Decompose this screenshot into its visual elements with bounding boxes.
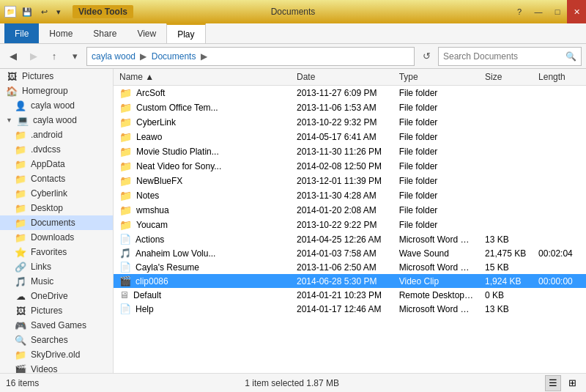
search-input[interactable] — [443, 51, 565, 62]
videos-icon: 🎬 — [15, 363, 26, 373]
help-button[interactable]: ? — [510, 0, 529, 23]
recent-button[interactable]: ▾ — [66, 48, 84, 65]
close-button[interactable]: ✕ — [567, 0, 586, 23]
folder-icon: 📁 — [15, 217, 26, 229]
forward-button[interactable]: ▶ — [25, 48, 42, 65]
up-button[interactable]: ↑ — [45, 48, 63, 65]
col-header-length[interactable]: Length — [533, 70, 586, 84]
list-item[interactable]: 📁Youcam 2013-10-22 9:22 PM File folder — [114, 218, 586, 232]
desktop-file-icon: 🖥 — [119, 289, 129, 300]
sidebar-item-computer[interactable]: ▼ 💻 cayla wood — [0, 113, 113, 127]
title-bar: 📁 💾 ↩ ▾ Video Tools Documents ? — □ ✕ — [0, 0, 586, 23]
folder-icon: 📁 — [119, 160, 132, 172]
back-button[interactable]: ◀ — [4, 48, 22, 65]
folder-icon: 📁 — [15, 144, 26, 155]
list-item[interactable]: 📄 Cayla's Resume 2013-11-06 2:50 AM Micr… — [114, 260, 586, 274]
folder-icon: 📁 — [15, 158, 26, 170]
tab-file[interactable]: File — [4, 23, 39, 43]
list-item[interactable]: 📁Notes 2013-11-30 4:28 AM File folder — [114, 188, 586, 203]
list-item[interactable]: 📁NewBlueFX 2013-12-01 11:39 PM File fold… — [114, 174, 586, 188]
tab-home[interactable]: Home — [39, 23, 83, 43]
favorites-icon: ⭐ — [15, 246, 26, 258]
sidebar-item-saved-games[interactable]: 🎮 Saved Games — [0, 318, 113, 333]
sidebar-item-cayla-wood-sub[interactable]: 👤 cayla wood — [0, 98, 113, 113]
details-view-button[interactable]: ☰ — [545, 375, 561, 391]
folder-icon: 📁 — [15, 173, 26, 185]
links-icon: 🔗 — [15, 261, 26, 273]
video-tools-label: Video Tools — [73, 5, 133, 18]
sidebar-item-links[interactable]: 🔗 Links — [0, 259, 113, 274]
word-doc-icon: 📄 — [119, 234, 131, 245]
list-item[interactable]: 📁Leawo 2014-05-17 6:41 AM File folder — [114, 130, 586, 144]
sidebar-item-cyberlink[interactable]: 📁 Cyberlink — [0, 186, 113, 201]
qat-undo[interactable]: ↩ — [38, 6, 51, 18]
sidebar-item-onedrive[interactable]: ☁ OneDrive — [0, 289, 113, 303]
folder-icon: 📁 — [119, 204, 132, 216]
file-area: Name ▲ Date Type Size Length 📁ArcSoft 20… — [114, 69, 586, 373]
sidebar-item-downloads[interactable]: 📁 Downloads — [0, 230, 113, 245]
qat-dropdown[interactable]: ▾ — [53, 6, 64, 18]
sidebar-item-searches[interactable]: 🔍 Searches — [0, 333, 113, 347]
music-icon: 🎵 — [15, 275, 26, 287]
sidebar-item-videos[interactable]: 🎬 Videos — [0, 362, 113, 373]
search-box[interactable]: 🔍 — [438, 47, 582, 66]
folder-icon: 📁 — [15, 202, 26, 214]
word-doc-icon: 📄 — [119, 262, 131, 273]
list-item[interactable]: 📁ArcSoft 2013-11-27 6:09 PM File folder — [114, 86, 586, 100]
sidebar-item-android[interactable]: 📁 .android — [0, 127, 113, 142]
homegroup-icon: 🏠 — [6, 85, 18, 97]
list-item[interactable]: 📁Movie Studio Platin... 2013-11-30 11:26… — [114, 144, 586, 159]
col-header-type[interactable]: Type — [393, 70, 479, 84]
col-header-size[interactable]: Size — [479, 70, 533, 84]
maximize-button[interactable]: □ — [548, 0, 567, 23]
folder-icon: 📁 — [119, 131, 132, 143]
folder-icon: 📁 — [15, 188, 26, 199]
sidebar-item-documents[interactable]: 📁 Documents — [0, 215, 113, 230]
sidebar-item-dvdcss[interactable]: 📁 .dvdcss — [0, 142, 113, 157]
user-icon: 👤 — [15, 100, 26, 111]
minimize-button[interactable]: — — [529, 0, 548, 23]
tab-share[interactable]: Share — [83, 23, 127, 43]
tab-view[interactable]: View — [127, 23, 166, 43]
folder-icon: 📁 — [15, 349, 26, 360]
list-item[interactable]: 📄 Help 2014-01-17 12:46 AM Microsoft Wor… — [114, 302, 586, 316]
refresh-button[interactable]: ↺ — [418, 48, 435, 65]
col-header-name[interactable]: Name ▲ — [114, 70, 291, 84]
sidebar-item-desktop[interactable]: 📁 Desktop — [0, 201, 113, 215]
window-title: Documents — [271, 7, 316, 17]
list-item[interactable]: 🎬 clip0086 2014-06-28 5:30 PM Video Clip… — [114, 274, 586, 288]
list-item[interactable]: 🎵 Anaheim Low Volu... 2014-01-03 7:58 AM… — [114, 246, 586, 260]
qat-save[interactable]: 💾 — [19, 6, 35, 18]
tab-play[interactable]: Play — [166, 23, 205, 43]
sidebar-item-homegroup[interactable]: 🏠 Homegroup — [0, 84, 113, 98]
list-item[interactable]: 📁Custom Office Tem... 2013-11-06 1:53 AM… — [114, 100, 586, 115]
sidebar-item-pictures2[interactable]: 🖼 Pictures — [0, 303, 113, 318]
address-path[interactable]: cayla wood ▶ Documents ▶ — [86, 47, 415, 66]
sidebar-item-music[interactable]: 🎵 Music — [0, 274, 113, 289]
list-item[interactable]: 📁wmshua 2014-01-20 2:08 AM File folder — [114, 203, 586, 218]
list-item[interactable]: 📁Neat Video for Sony... 2014-02-08 12:50… — [114, 159, 586, 174]
main-area: 🖼 Pictures 🏠 Homegroup 👤 cayla wood ▼ 💻 … — [0, 69, 586, 373]
sidebar-item-contacts[interactable]: 📁 Contacts — [0, 171, 113, 186]
searches-icon: 🔍 — [15, 334, 26, 346]
list-item[interactable]: 📁CyberLink 2013-10-22 9:32 PM File folde… — [114, 115, 586, 130]
audio-icon: 🎵 — [119, 248, 131, 259]
search-icon: 🔍 — [565, 51, 576, 62]
saved-games-icon: 🎮 — [15, 319, 26, 331]
selected-info: 1 item selected 1.87 MB — [245, 378, 339, 388]
list-item[interactable]: 📄 Actions 2014-04-25 12:26 AM Microsoft … — [114, 232, 586, 246]
folder-icon: 📁 — [119, 219, 132, 231]
status-bar: 16 items 1 item selected 1.87 MB ☰ ⊞ — [0, 373, 586, 392]
computer-icon: 💻 — [17, 114, 29, 126]
col-header-date[interactable]: Date — [291, 70, 393, 84]
sidebar-item-pictures[interactable]: 🖼 Pictures — [0, 69, 113, 84]
sidebar-item-skydrive[interactable]: 📁 SkyDrive.old — [0, 347, 113, 362]
sidebar-item-favorites[interactable]: ⭐ Favorites — [0, 245, 113, 259]
large-icons-button[interactable]: ⊞ — [564, 375, 580, 391]
file-list-header: Name ▲ Date Type Size Length — [114, 69, 586, 86]
sidebar: 🖼 Pictures 🏠 Homegroup 👤 cayla wood ▼ 💻 … — [0, 69, 114, 373]
folder-icon: 📁 — [119, 175, 132, 187]
sidebar-item-appdata[interactable]: 📁 AppData — [0, 157, 113, 171]
list-item[interactable]: 🖥 Default 2014-01-21 10:23 PM Remote Des… — [114, 288, 586, 302]
word-doc-icon: 📄 — [119, 303, 131, 314]
